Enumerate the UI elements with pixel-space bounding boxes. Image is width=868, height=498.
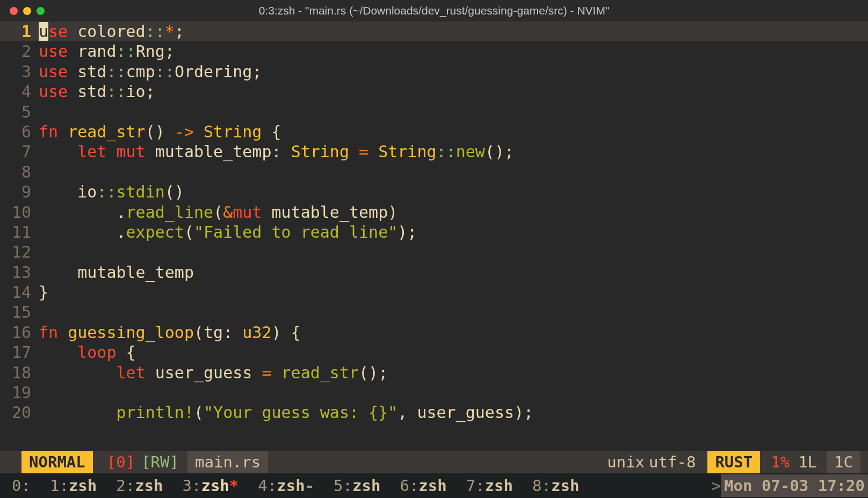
code-line[interactable]: 14}	[0, 282, 868, 302]
tmux-window[interactable]: 1:zsh	[40, 477, 106, 495]
line-number: 4	[0, 82, 39, 101]
code-content[interactable]	[39, 102, 868, 122]
line-number: 2	[0, 41, 39, 61]
line-number: 9	[0, 182, 39, 202]
line-number: 17	[0, 342, 39, 362]
code-line[interactable]: 2use rand::Rng;	[0, 41, 868, 61]
editor-viewport[interactable]: 1use colored::*;2use rand::Rng;3use std:…	[0, 21, 868, 451]
code-line[interactable]: 16fn guessing_loop(tg: u32) {	[0, 323, 868, 342]
vim-statusline: NORMAL [0] [RW] main.rs unix utf-8 RUST …	[0, 451, 868, 473]
code-line[interactable]: 10 .read_line(&mut mutable_temp)	[0, 202, 868, 222]
line-number: 13	[0, 262, 39, 282]
line-number: 3	[0, 62, 39, 82]
line-number: 12	[0, 242, 39, 262]
code-line[interactable]: 1use colored::*;	[0, 21, 868, 41]
code-content[interactable]: let mut mutable_temp: String = String::n…	[39, 142, 868, 162]
code-content[interactable]: io::stdin()	[39, 182, 868, 202]
terminal-window: 0:3:zsh - "main.rs (~/Downloads/dev_rust…	[0, 0, 868, 498]
code-content[interactable]: }	[39, 282, 868, 302]
code-line[interactable]: 8	[0, 162, 868, 182]
tmux-window[interactable]: 3:zsh*	[173, 477, 249, 495]
line-number: 20	[0, 402, 39, 422]
line-number: 16	[0, 323, 39, 342]
line-number: 19	[0, 383, 39, 402]
code-content[interactable]: .expect("Failed to read line");	[39, 222, 868, 242]
code-line[interactable]: 4use std::io;	[0, 82, 868, 101]
traffic-lights	[0, 7, 45, 15]
code-content[interactable]: .read_line(&mut mutable_temp)	[39, 202, 868, 222]
code-line[interactable]: 6fn read_str() -> String {	[0, 122, 868, 142]
code-line[interactable]: 17 loop {	[0, 342, 868, 362]
code-content[interactable]: let user_guess = read_str();	[39, 363, 868, 383]
code-line[interactable]: 20 println!("Your guess was: {}", user_g…	[0, 402, 868, 422]
tmux-window[interactable]: 8:zsh	[523, 477, 589, 495]
code-content[interactable]: loop {	[39, 342, 868, 362]
vim-encoding: utf-8	[649, 453, 700, 471]
vim-readwrite-indicator: [RW]	[135, 453, 179, 471]
line-number: 1	[0, 21, 39, 41]
code-line[interactable]: 12	[0, 242, 868, 262]
tmux-window[interactable]: 6:zsh	[390, 477, 456, 495]
line-number: 15	[0, 302, 39, 322]
code-content[interactable]	[39, 242, 868, 262]
line-number: 14	[0, 282, 39, 302]
vim-filetype: RUST	[707, 451, 760, 473]
tmux-window[interactable]: 2:zsh	[106, 477, 172, 495]
line-number: 11	[0, 222, 39, 242]
code-line[interactable]: 18 let user_guess = read_str();	[0, 363, 868, 383]
tmux-last-flag-icon: -	[305, 477, 314, 495]
tmux-session: 0:	[2, 477, 40, 495]
line-number: 7	[0, 142, 39, 162]
line-number: 10	[0, 202, 39, 222]
tmux-active-flag-icon: *	[229, 477, 238, 495]
code-line[interactable]: 11 .expect("Failed to read line");	[0, 222, 868, 242]
code-line[interactable]: 5	[0, 102, 868, 122]
code-content[interactable]: use std::io;	[39, 82, 868, 101]
code-content[interactable]: println!("Your guess was: {}", user_gues…	[39, 402, 868, 422]
close-icon[interactable]	[10, 7, 18, 15]
vim-percent: 1%	[768, 453, 793, 471]
vim-line: 1L	[793, 453, 822, 471]
code-content[interactable]	[39, 383, 868, 402]
line-number: 6	[0, 122, 39, 142]
code-content[interactable]: use rand::Rng;	[39, 41, 868, 61]
code-content[interactable]	[39, 162, 868, 182]
code-line[interactable]: 9 io::stdin()	[0, 182, 868, 202]
line-number: 5	[0, 102, 39, 122]
tmux-statusbar: 0: 1:zsh2:zsh3:zsh*4:zsh-5:zsh6:zsh7:zsh…	[0, 473, 868, 498]
code-line[interactable]: 19	[0, 383, 868, 402]
code-content[interactable]: fn read_str() -> String {	[39, 122, 868, 142]
line-number: 8	[0, 162, 39, 182]
tmux-clock: Mon 07-03 17:20	[721, 474, 868, 497]
minimize-icon[interactable]	[23, 7, 31, 15]
vim-buffer-indicator: [0]	[93, 453, 135, 471]
vim-fileformat: unix	[607, 453, 649, 471]
vim-column: 1C	[827, 451, 860, 473]
vim-mode-indicator: NORMAL	[21, 451, 93, 473]
window-title: 0:3:zsh - "main.rs (~/Downloads/dev_rust…	[0, 4, 868, 17]
code-content[interactable]: use colored::*;	[39, 21, 868, 41]
tmux-window[interactable]: 5:zsh	[324, 477, 390, 495]
line-number: 18	[0, 363, 39, 383]
code-line[interactable]: 13 mutable_temp	[0, 262, 868, 282]
code-line[interactable]: 3use std::cmp::Ordering;	[0, 62, 868, 82]
code-content[interactable]: fn guessing_loop(tg: u32) {	[39, 323, 868, 342]
code-line[interactable]: 7 let mut mutable_temp: String = String:…	[0, 142, 868, 162]
zoom-icon[interactable]	[37, 7, 45, 15]
tmux-window[interactable]: 7:zsh	[457, 477, 523, 495]
titlebar: 0:3:zsh - "main.rs (~/Downloads/dev_rust…	[0, 0, 868, 21]
code-line[interactable]: 15	[0, 302, 868, 322]
vim-filename: main.rs	[187, 451, 268, 473]
code-content[interactable]: use std::cmp::Ordering;	[39, 62, 868, 82]
code-content[interactable]: mutable_temp	[39, 262, 868, 282]
tmux-separator-icon: >	[708, 477, 721, 495]
tmux-window[interactable]: 4:zsh-	[248, 477, 324, 495]
code-content[interactable]	[39, 302, 868, 322]
